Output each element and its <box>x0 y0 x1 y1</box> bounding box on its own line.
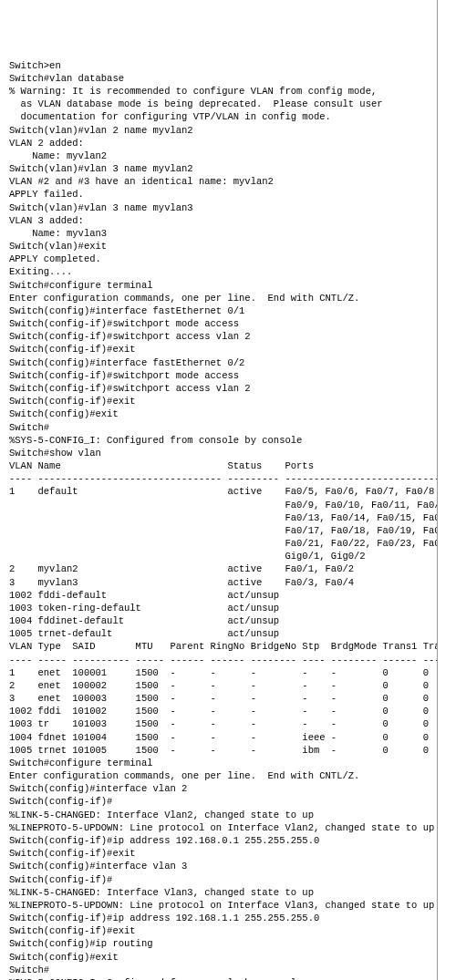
terminal-line: %LINEPROTO-5-UPDOWN: Line protocol on In… <box>9 821 428 834</box>
terminal-line: Switch# <box>9 421 428 434</box>
terminal-line: Switch>en <box>9 59 428 72</box>
terminal-line: Switch(vlan)#vlan 3 name myvlan2 <box>9 162 428 175</box>
terminal-line: ---- ----- ---------- ----- ------ -----… <box>9 654 428 666</box>
terminal-line: % Warning: It is recommended to configur… <box>9 85 428 98</box>
terminal-line: 1 default active Fa0/5, Fa0/6, Fa0/7, Fa… <box>9 485 428 498</box>
terminal-line: APPLY failed. <box>9 188 428 201</box>
terminal-line: 3 enet 100003 1500 - - - - - 0 0 <box>9 692 428 705</box>
terminal-line: Switch(config-if)# <box>9 873 428 886</box>
terminal-line: VLAN #2 and #3 have an identical name: m… <box>9 175 428 188</box>
terminal-line: VLAN Type SAID MTU Parent RingNo BridgeN… <box>9 640 428 653</box>
terminal-line: 3 myvlan3 active Fa0/3, Fa0/4 <box>9 576 428 589</box>
terminal-line: Switch#configure terminal <box>9 279 428 292</box>
terminal-line: Enter configuration commands, one per li… <box>9 292 428 304</box>
terminal-line: Switch(config-if)#ip address 192.168.0.1… <box>9 834 428 847</box>
terminal-line: VLAN Name Status Ports <box>9 459 428 472</box>
terminal-line: 1003 token-ring-default act/unsup <box>9 602 428 614</box>
terminal-line: Switch#show vlan <box>9 447 428 459</box>
terminal-line: %LINK-5-CHANGED: Interface Vlan2, change… <box>9 809 428 821</box>
terminal-line: Switch#vlan database <box>9 72 428 85</box>
terminal-line: Switch(config-if)#exit <box>9 395 428 407</box>
terminal-line: Name: myvlan2 <box>9 150 428 162</box>
terminal-line: Exiting.... <box>9 265 428 278</box>
terminal-line: Switch(config-if)#exit <box>9 924 428 937</box>
terminal-line: 1004 fddinet-default act/unsup <box>9 614 428 627</box>
terminal-line: Switch(vlan)#vlan 2 name myvlan2 <box>9 124 428 137</box>
terminal-line: %SYS-5-CONFIG_I: Configured from console… <box>9 976 428 980</box>
terminal-line: %LINK-5-CHANGED: Interface Vlan3, change… <box>9 886 428 899</box>
terminal-line: 1002 fddi-default act/unsup <box>9 589 428 602</box>
terminal-line: as VLAN database mode is being deprecate… <box>9 98 428 110</box>
terminal-line: Switch(vlan)#vlan 3 name myvlan3 <box>9 201 428 214</box>
terminal-line: Switch(config)#interface fastEthernet 0/… <box>9 304 428 317</box>
terminal-line: Gig0/1, Gig0/2 <box>9 550 428 562</box>
terminal-line: documentation for configuring VTP/VLAN i… <box>9 110 428 123</box>
terminal-line: Fa0/21, Fa0/22, Fa0/23, Fa0/24 <box>9 537 428 550</box>
terminal-line: Switch(config-if)#ip address 192.168.1.1… <box>9 912 428 924</box>
terminal-line: Fa0/9, Fa0/10, Fa0/11, Fa0/12 <box>9 499 428 511</box>
terminal-line: %LINEPROTO-5-UPDOWN: Line protocol on In… <box>9 899 428 912</box>
terminal-line: APPLY completed. <box>9 253 428 265</box>
terminal-line: Switch(config)#ip routing <box>9 937 428 950</box>
terminal-line: Switch(config)#interface vlan 2 <box>9 782 428 795</box>
terminal-line: Name: myvlan3 <box>9 227 428 240</box>
terminal-line: Switch(config-if)#exit <box>9 343 428 356</box>
terminal-line: 1004 fdnet 101004 1500 - - - ieee - 0 0 <box>9 731 428 744</box>
terminal-line: 2 enet 100002 1500 - - - - - 0 0 <box>9 679 428 692</box>
terminal-line: VLAN 3 added: <box>9 214 428 227</box>
terminal-line: Switch(config-if)#switchport access vlan… <box>9 382 428 395</box>
terminal-line: 1 enet 100001 1500 - - - - - 0 0 <box>9 666 428 679</box>
terminal-line: Switch(vlan)#exit <box>9 240 428 253</box>
terminal-line: %SYS-5-CONFIG_I: Configured from console… <box>9 434 428 447</box>
terminal-line: Fa0/13, Fa0/14, Fa0/15, Fa0/16 <box>9 511 428 524</box>
terminal-line: 1005 trnet-default act/unsup <box>9 627 428 640</box>
terminal-line: 1003 tr 101003 1500 - - - - - 0 0 <box>9 717 428 730</box>
terminal-line: VLAN 2 added: <box>9 137 428 150</box>
terminal-line: Switch(config-if)# <box>9 795 428 808</box>
terminal-line: Switch(config)#interface vlan 3 <box>9 860 428 872</box>
terminal-line: Switch(config)#interface fastEthernet 0/… <box>9 356 428 369</box>
terminal-line: 2 myvlan2 active Fa0/1, Fa0/2 <box>9 562 428 575</box>
terminal-line: 1005 trnet 101005 1500 - - - ibm - 0 0 <box>9 744 428 757</box>
terminal-line: Switch(config-if)#exit <box>9 847 428 860</box>
terminal-line: Switch# <box>9 964 428 976</box>
terminal-line: Switch(config)#exit <box>9 951 428 964</box>
terminal-line: Fa0/17, Fa0/18, Fa0/19, Fa0/20 <box>9 524 428 537</box>
terminal-line: ---- -------------------------------- --… <box>9 472 428 485</box>
terminal-line: Enter configuration commands, one per li… <box>9 769 428 782</box>
terminal-line: Switch(config)#exit <box>9 407 428 420</box>
terminal-line: Switch(config-if)#switchport mode access <box>9 369 428 382</box>
terminal-output[interactable]: Switch>enSwitch#vlan database% Warning: … <box>9 59 428 980</box>
terminal-line: Switch(config-if)#switchport access vlan… <box>9 330 428 343</box>
terminal-line: Switch(config-if)#switchport mode access <box>9 317 428 330</box>
terminal-line: 1002 fddi 101002 1500 - - - - - 0 0 <box>9 705 428 717</box>
terminal-line: Switch#configure terminal <box>9 757 428 769</box>
